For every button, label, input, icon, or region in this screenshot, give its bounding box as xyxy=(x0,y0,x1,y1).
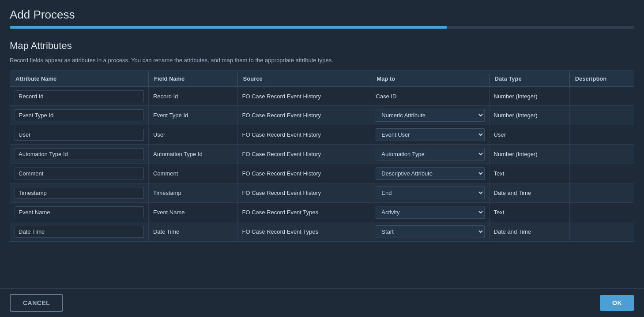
map-to-cell: ActivityNumeric AttributeCase IDEvent Us… xyxy=(371,203,489,222)
map-to-select[interactable]: EndNumeric AttributeCase IDEvent UserAut… xyxy=(376,186,484,199)
header: Add Process xyxy=(0,0,644,32)
attribute-name-input[interactable] xyxy=(15,206,144,218)
data-type-cell: Number (Integer) xyxy=(489,106,569,125)
col-data-type: Data Type xyxy=(489,71,569,87)
attribute-name-input[interactable] xyxy=(15,109,144,121)
description-cell xyxy=(569,222,634,242)
ok-button[interactable]: OK xyxy=(600,295,634,311)
map-to-select[interactable]: Event UserNumeric AttributeCase IDAutoma… xyxy=(376,128,484,141)
map-to-cell: Automation TypeNumeric AttributeCase IDE… xyxy=(371,145,489,164)
source-cell: FO Case Record Event History xyxy=(237,87,371,106)
source-cell: FO Case Record Event History xyxy=(237,106,371,125)
description-cell xyxy=(569,183,634,203)
data-type-cell: Date and Time xyxy=(489,183,569,203)
progress-bar-fill xyxy=(10,26,447,29)
map-to-cell: StartNumeric AttributeCase IDEvent UserA… xyxy=(371,222,489,242)
footer: CANCEL OK xyxy=(0,288,644,317)
section-title: Map Attributes xyxy=(10,40,634,52)
table-row: Automation Type IdFO Case Record Event H… xyxy=(10,145,634,164)
source-cell: FO Case Record Event History xyxy=(237,183,371,203)
source-cell: FO Case Record Event Types xyxy=(237,222,371,242)
attribute-name-input[interactable] xyxy=(15,187,144,199)
data-type-cell: Date and Time xyxy=(489,222,569,242)
description-text: Record fields appear as attributes in a … xyxy=(10,57,634,63)
attribute-name-cell xyxy=(10,145,148,164)
attribute-name-input[interactable] xyxy=(15,129,144,141)
field-name-cell: Timestamp xyxy=(148,183,237,203)
table-row: Event NameFO Case Record Event TypesActi… xyxy=(10,203,634,222)
attribute-name-input[interactable] xyxy=(15,168,144,179)
map-to-cell: Event UserNumeric AttributeCase IDAutoma… xyxy=(371,125,489,145)
source-cell: FO Case Record Event History xyxy=(237,125,371,145)
data-type-cell: User xyxy=(489,125,569,145)
attribute-name-cell xyxy=(10,222,148,242)
col-map-to: Map to xyxy=(371,71,489,87)
map-to-cell: Descriptive AttributeNumeric AttributeCa… xyxy=(371,164,489,183)
map-to-select[interactable]: Descriptive AttributeNumeric AttributeCa… xyxy=(376,167,484,180)
map-to-select[interactable]: StartNumeric AttributeCase IDEvent UserA… xyxy=(376,225,484,238)
field-name-cell: Event Name xyxy=(148,203,237,222)
table-row: CommentFO Case Record Event HistoryDescr… xyxy=(10,164,634,183)
attributes-table: Attribute Name Field Name Source Map to … xyxy=(10,71,634,242)
field-name-cell: Event Type Id xyxy=(148,106,237,125)
map-to-select[interactable]: Automation TypeNumeric AttributeCase IDE… xyxy=(376,148,484,160)
table-row: Event Type IdFO Case Record Event Histor… xyxy=(10,106,634,125)
table-row: TimestampFO Case Record Event HistoryEnd… xyxy=(10,183,634,203)
page-title: Add Process xyxy=(10,8,634,22)
map-to-select[interactable]: ActivityNumeric AttributeCase IDEvent Us… xyxy=(376,206,484,219)
table-row: UserFO Case Record Event HistoryEvent Us… xyxy=(10,125,634,145)
col-description: Description xyxy=(569,71,634,87)
description-cell xyxy=(569,145,634,164)
field-name-cell: Record Id xyxy=(148,87,237,106)
table-row: Date TimeFO Case Record Event TypesStart… xyxy=(10,222,634,242)
cancel-button[interactable]: CANCEL xyxy=(10,294,63,312)
col-field-name: Field Name xyxy=(148,71,237,87)
col-attribute-name: Attribute Name xyxy=(10,71,148,87)
field-name-cell: Date Time xyxy=(148,222,237,242)
attribute-name-cell xyxy=(10,106,148,125)
source-cell: FO Case Record Event History xyxy=(237,145,371,164)
source-cell: FO Case Record Event Types xyxy=(237,203,371,222)
map-to-cell: Case ID xyxy=(371,87,489,106)
map-to-select[interactable]: Numeric AttributeCase IDEvent UserAutoma… xyxy=(376,109,484,122)
col-source: Source xyxy=(237,71,371,87)
description-cell xyxy=(569,106,634,125)
attribute-name-cell xyxy=(10,183,148,203)
progress-bar-container xyxy=(10,26,634,29)
field-name-cell: User xyxy=(148,125,237,145)
map-to-cell: EndNumeric AttributeCase IDEvent UserAut… xyxy=(371,183,489,203)
attribute-name-cell xyxy=(10,87,148,106)
table-header-row: Attribute Name Field Name Source Map to … xyxy=(10,71,634,87)
attribute-name-cell xyxy=(10,125,148,145)
table-row: Record IdFO Case Record Event HistoryCas… xyxy=(10,87,634,106)
attribute-name-input[interactable] xyxy=(15,226,144,238)
content-section: Map Attributes Record fields appear as a… xyxy=(0,32,644,288)
data-type-cell: Text xyxy=(489,203,569,222)
attribute-name-cell xyxy=(10,203,148,222)
attribute-name-input[interactable] xyxy=(15,148,144,160)
description-cell xyxy=(569,125,634,145)
field-name-cell: Automation Type Id xyxy=(148,145,237,164)
source-cell: FO Case Record Event History xyxy=(237,164,371,183)
data-type-cell: Text xyxy=(489,164,569,183)
data-type-cell: Number (Integer) xyxy=(489,87,569,106)
attribute-name-input[interactable] xyxy=(15,90,144,102)
description-cell xyxy=(569,164,634,183)
description-cell xyxy=(569,203,634,222)
map-to-cell: Numeric AttributeCase IDEvent UserAutoma… xyxy=(371,106,489,125)
attributes-table-wrapper: Attribute Name Field Name Source Map to … xyxy=(10,71,634,242)
data-type-cell: Number (Integer) xyxy=(489,145,569,164)
field-name-cell: Comment xyxy=(148,164,237,183)
description-cell xyxy=(569,87,634,106)
attribute-name-cell xyxy=(10,164,148,183)
